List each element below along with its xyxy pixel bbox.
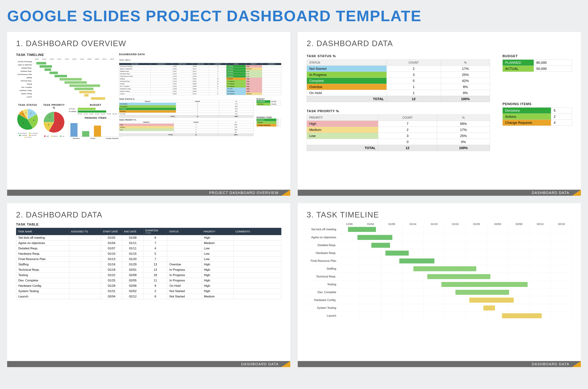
table-row: System Testing01/3102/022Not StartedHigh: [16, 289, 281, 294]
gantt-row: Testing: [307, 280, 572, 288]
mini-budget-table: PLANNED80,000 ACTUAL50,000: [256, 100, 280, 106]
gantt-row: Hardware Reqs.: [307, 249, 572, 257]
task-table-title-mini: TASK TABLE: [119, 59, 281, 61]
task-table: TASK NAMEASSIGNED TOSTART DATEEND DATEDU…: [16, 228, 281, 299]
slide-heading: 1. DASHBOARD OVERVIEW: [16, 39, 281, 48]
gantt-row: System Testing: [307, 304, 572, 312]
pending-title-kv: PENDING ITEMS: [256, 116, 281, 118]
svg-text:5: 5: [23, 122, 24, 124]
slide-overview: 1. DASHBOARD OVERVIEW TASK TIMELINE 12/3…: [7, 32, 290, 196]
status-pct-title-mini: TASK STATUS %: [119, 98, 254, 100]
table-row: Hardware Config.01/2802/069On HoldHigh: [16, 283, 281, 289]
timeline-title: TASK TIMELINE: [16, 53, 116, 57]
gantt-row: Set kick-off meeting: [307, 226, 572, 233]
actual-value: 50,000: [534, 66, 572, 72]
gantt-row: Launch: [307, 312, 572, 320]
svg-text:2: 2: [48, 124, 49, 126]
priority-pie-title: TASK PRIORITY %: [42, 103, 66, 109]
table-row: Testing01/2202/0918In ProgressHigh: [16, 272, 281, 278]
gantt-row: Detailed Reqs.: [307, 241, 572, 249]
mini-priority-table: PRIORITYCOUNT%High758%Medium217%Low325%0…: [119, 121, 254, 136]
table-row: Hardware Reqs.01/1001/155CompleteLow: [16, 251, 281, 257]
slide-footer: DASHBOARD DATA: [7, 361, 290, 367]
table-row: Set kick-off meeting01/0201/086CompleteH…: [16, 235, 281, 240]
pending-bar-chart: DecisionsActionsChange Requests: [69, 121, 123, 139]
gantt-row: Agree on objectives: [307, 233, 572, 241]
mini-pending-table: Decisions5Actions2Change Requests4: [256, 118, 280, 127]
slide-grid: 1. DASHBOARD OVERVIEW TASK TIMELINE 12/3…: [7, 32, 581, 367]
pending-title-mini: PENDING ITEMS: [69, 117, 123, 119]
actual-label-mini: ACTUAL: [69, 108, 78, 110]
table-row: Technical Reqs.01/1902/0113In ProgressHi…: [16, 267, 281, 272]
slide-heading: 2. DASHBOARD DATA: [307, 39, 572, 48]
gantt-row: Staffing: [307, 265, 572, 272]
table-row: Final Resource Plan01/1301/207CompleteLo…: [16, 257, 281, 262]
table-row: Launch02/0402/128Not StartedMedium: [16, 294, 281, 299]
table-row: Detailed Reqs.01/0701/114CompleteLow: [16, 246, 281, 251]
slide-heading: 3. TASK TIMELINE: [307, 210, 572, 219]
slide-footer: PROJECT DASHBOARD OVERVIEW: [7, 190, 290, 196]
budget-hbar: ACTUAL PLANNED 20,00030,00040,00050,0006…: [69, 108, 123, 115]
svg-text:3: 3: [49, 116, 50, 118]
status-pie-title: TASK STATUS: [16, 103, 39, 106]
table-row: Agree on objectives01/0401/117CompleteMe…: [16, 240, 281, 246]
mini-task-table: TASK NAMEASSIGNED TOSTART DATEEND DATEDU…: [119, 63, 281, 95]
svg-text:7: 7: [60, 122, 61, 124]
planned-val-kv: 80,000: [270, 100, 280, 103]
actual-label: ACTUAL: [503, 66, 534, 72]
budget-title-kv: BUDGET: [256, 98, 281, 100]
gantt-row: Final Resource Plan: [307, 257, 572, 265]
slide-footer: DASHBOARD DATA: [298, 361, 581, 367]
slide-footer: DASHBOARD DATA: [298, 190, 581, 196]
actual-val-kv: 50,000: [270, 103, 280, 106]
priority-table: PRIORITYCOUNT%High758%Medium217%Low325%0…: [307, 115, 490, 151]
svg-text:3: 3: [33, 119, 34, 121]
task-priority-pie: TASK PRIORITY % 723 High Medium Low: [42, 102, 66, 137]
task-table-title: TASK TABLE: [16, 223, 281, 227]
slide-dashboard-data-1: 2. DASHBOARD DATA TASK STATUS % STATUSCO…: [298, 32, 581, 196]
gantt-chart: 12/3001/0401/0901/1401/1901/2401/2902/03…: [307, 223, 572, 320]
budget-table: PLANNED80,000 ACTUAL50,000: [502, 60, 572, 72]
planned-value: 80,000: [534, 60, 572, 66]
table-row: Dev. Complete01/2502/0511In ProgressHigh: [16, 278, 281, 283]
table-row: Staffing01/1601/2913OverdueHigh: [16, 262, 281, 267]
planned-label-kv: PLANNED: [257, 100, 271, 103]
gantt-row: Hardware Config.: [307, 296, 572, 304]
task-status-pie: TASK STATUS 23511 Not Started In Progres…: [16, 102, 39, 138]
svg-text:2: 2: [30, 112, 31, 114]
gantt-row: Dev. Complete: [307, 288, 572, 296]
slide-task-timeline: 3. TASK TIMELINE 12/3001/0401/0901/1401/…: [298, 203, 581, 367]
slide-dashboard-data-2: 2. DASHBOARD DATA TASK TABLE TASK NAMEAS…: [7, 203, 290, 367]
planned-label-mini: PLANNED: [69, 111, 78, 112]
actual-label-kv: ACTUAL: [257, 103, 271, 106]
svg-text:1: 1: [23, 113, 24, 115]
page-title: GOOGLE SLIDES PROJECT DASHBOARD TEMPLATE: [7, 7, 581, 25]
svg-text:1: 1: [26, 112, 27, 114]
priority-title: TASK PRIORITY %: [307, 109, 490, 113]
slide-heading: 2. DASHBOARD DATA: [16, 210, 281, 219]
mini-status-table: STATUSCOUNT%Not Started217%In Progress32…: [119, 100, 254, 118]
gantt-row: Technical Reqs.: [307, 272, 572, 280]
status-table: STATUSCOUNT%Not Started217%In Progress32…: [307, 60, 490, 102]
budget-title: BUDGET: [502, 54, 572, 58]
status-title: TASK STATUS %: [307, 54, 490, 58]
planned-label: PLANNED: [503, 60, 534, 66]
pending-table: Decisions5Actions2Change Requests4: [502, 107, 572, 126]
budget-title-mini: BUDGET: [69, 103, 123, 106]
mini-gantt: 12/3001/0401/0901/1401/1901/2401/2902/03…: [16, 58, 116, 98]
pending-items-title: PENDING ITEMS: [502, 102, 572, 106]
priority-pct-title-mini: TASK PRIORITY %: [119, 119, 254, 121]
data-title-mini: DASHBOARD DATA: [119, 53, 281, 56]
